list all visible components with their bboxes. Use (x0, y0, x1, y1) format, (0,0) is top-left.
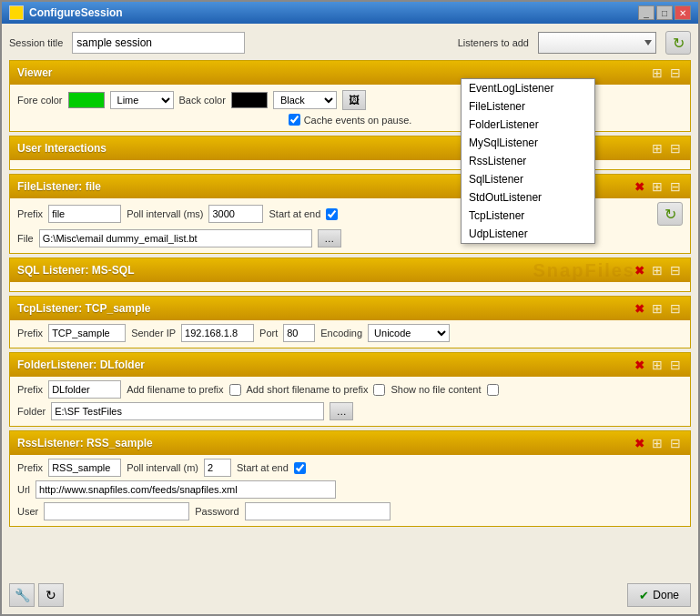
rss-listener-header[interactable]: RssListener: RSS_sample ✖ ⊞ ⊟ (10, 431, 690, 455)
dropdown-item-stdout[interactable]: StdOutListener (462, 188, 594, 207)
sql-listener-title: SQL Listener: MS-SQL (17, 264, 134, 277)
back-color-swatch[interactable] (231, 92, 268, 108)
tcp-params-row: Prefix Sender IP Port Encoding Unicode U… (17, 324, 683, 342)
dropdown-item-udp[interactable]: UdpListener (462, 225, 594, 243)
folder-path-input[interactable] (51, 402, 324, 420)
done-label: Done (653, 589, 679, 601)
folder-show-no-file-checkbox[interactable] (487, 384, 499, 396)
bottom-left-buttons: 🔧 ↻ (9, 583, 64, 607)
folder-add-short-checkbox[interactable] (373, 384, 385, 396)
folder-listener-collapse-icon[interactable]: ⊟ (668, 358, 683, 372)
browse-icon: … (324, 233, 334, 244)
back-color-label: Back color (179, 95, 226, 106)
dropdown-item-rss[interactable]: RssListener (462, 152, 594, 170)
fore-color-select[interactable]: Lime (110, 91, 174, 109)
folder-listener-header[interactable]: FolderListener: DLfolder ✖ ⊞ ⊟ (10, 353, 690, 377)
sql-listener-body (10, 282, 690, 291)
tcp-listener-expand-icon[interactable]: ⊞ (650, 301, 664, 316)
sql-listener-collapse-icon[interactable]: ⊟ (668, 263, 683, 278)
folder-browse-button[interactable]: … (330, 402, 353, 420)
tcp-encoding-select[interactable]: Unicode UTF-8 ASCII (368, 324, 450, 342)
folder-add-filename-checkbox[interactable] (229, 384, 241, 396)
folder-path-row: Folder … (17, 402, 683, 420)
viewer-collapse-icon[interactable]: ⊟ (668, 66, 683, 80)
dropdown-item-file[interactable]: FileListener (462, 97, 594, 116)
window-title: ConfigureSession (29, 6, 123, 19)
tcp-prefix-input[interactable] (48, 324, 126, 342)
folder-listener-remove-icon[interactable]: ✖ (632, 358, 646, 372)
color-image-button[interactable]: 🖼 (342, 90, 366, 110)
rss-listener-remove-icon[interactable]: ✖ (632, 436, 646, 450)
tcp-sender-label: Sender IP (131, 328, 176, 338)
done-button[interactable]: ✔ Done (627, 583, 691, 607)
rss-poll-input[interactable] (204, 459, 231, 477)
file-start-checkbox[interactable] (326, 208, 338, 220)
file-path-label: File (17, 233, 34, 244)
viewer-actions: ⊞ ⊟ (650, 66, 683, 80)
cache-events-checkbox[interactable] (289, 114, 300, 126)
close-button[interactable]: ✕ (675, 5, 691, 20)
listeners-dropdown[interactable] (538, 32, 656, 54)
rss-url-input[interactable] (36, 480, 336, 499)
sql-listener-expand-icon[interactable]: ⊞ (650, 263, 664, 278)
user-interactions-expand-icon[interactable]: ⊞ (650, 141, 664, 156)
session-title-input[interactable] (72, 32, 245, 54)
bottom-add-button[interactable]: 🔧 (9, 583, 35, 607)
rss-listener-collapse-icon[interactable]: ⊟ (668, 436, 683, 450)
file-listener-actions: ✖ ⊞ ⊟ (632, 179, 683, 194)
tcp-listener-collapse-icon[interactable]: ⊟ (668, 301, 683, 316)
tcp-listener-actions: ✖ ⊞ ⊟ (632, 301, 683, 316)
folder-add-filename-label: Add filename to prefix (127, 384, 223, 395)
rss-start-checkbox[interactable] (294, 462, 306, 474)
rss-url-label: Url (17, 484, 30, 495)
rss-params-row: Prefix Poll intervall (m) Start at end (17, 459, 683, 477)
tcp-listener-header[interactable]: TcpListener: TCP_sample ✖ ⊞ ⊟ (10, 297, 690, 320)
dropdown-item-folder[interactable]: FolderListener (462, 116, 594, 134)
folder-listener-title: FolderListener: DLfolder (17, 358, 145, 371)
user-interactions-collapse-icon[interactable]: ⊟ (668, 141, 683, 156)
fore-color-swatch[interactable] (68, 92, 105, 108)
tcp-listener-title: TcpListener: TCP_sample (17, 302, 150, 315)
folder-prefix-input[interactable] (48, 380, 121, 399)
file-poll-input[interactable] (208, 205, 263, 223)
file-listener-title: FileListener: file (17, 180, 101, 193)
maximize-button[interactable]: □ (656, 5, 673, 20)
tcp-listener-remove-icon[interactable]: ✖ (632, 301, 646, 316)
folder-prefix-label: Prefix (17, 384, 43, 395)
file-prefix-input[interactable] (48, 205, 121, 223)
rss-listener-expand-icon[interactable]: ⊞ (650, 436, 664, 450)
dropdown-item-mysql[interactable]: MySqlListener (462, 134, 594, 152)
sql-listener-actions: ✖ ⊞ ⊟ (632, 263, 683, 278)
bottom-refresh-icon: ↻ (46, 588, 56, 602)
folder-listener-expand-icon[interactable]: ⊞ (650, 358, 664, 372)
refresh-button[interactable]: ↻ (665, 31, 691, 55)
minimize-button[interactable]: _ (638, 5, 654, 20)
back-color-select[interactable]: Black (273, 91, 337, 109)
sql-listener-header[interactable]: SQL Listener: MS-SQL ✖ ⊞ ⊟ SnapFiles (10, 258, 690, 282)
rss-prefix-input[interactable] (48, 459, 121, 477)
viewer-expand-icon[interactable]: ⊞ (650, 66, 664, 80)
folder-browse-icon: … (337, 406, 347, 417)
folder-add-short-label: Add short filename to prefix (247, 384, 369, 395)
dropdown-item-sql[interactable]: SqlListener (462, 170, 594, 188)
folder-show-no-file-label: Show no file content (391, 384, 481, 395)
dropdown-item-tcp[interactable]: TcpListener (462, 207, 594, 225)
bottom-refresh-button[interactable]: ↻ (38, 583, 64, 607)
file-listener-expand-icon[interactable]: ⊞ (650, 179, 664, 194)
cache-events-label: Cache events on pause. (304, 115, 412, 126)
rss-password-input[interactable] (245, 502, 391, 520)
file-listener-collapse-icon[interactable]: ⊟ (668, 179, 683, 194)
file-browse-button[interactable]: … (318, 229, 341, 247)
sql-listener-remove-icon[interactable]: ✖ (632, 263, 646, 278)
file-refresh-button[interactable]: ↻ (657, 202, 683, 226)
title-bar-buttons: _ □ ✕ (638, 5, 691, 20)
tcp-port-input[interactable] (283, 324, 315, 342)
file-listener-remove-icon[interactable]: ✖ (632, 179, 646, 194)
tcp-sender-input[interactable] (181, 324, 254, 342)
file-poll-label: Poll intervall (ms) (127, 208, 203, 219)
file-path-input[interactable] (39, 229, 312, 247)
dropdown-item-eventlog[interactable]: EventLogListener (462, 79, 594, 97)
rss-user-input[interactable] (44, 502, 189, 520)
top-bar: Session title Listeners to add ↻ (9, 31, 691, 55)
folder-path-label: Folder (17, 406, 46, 417)
